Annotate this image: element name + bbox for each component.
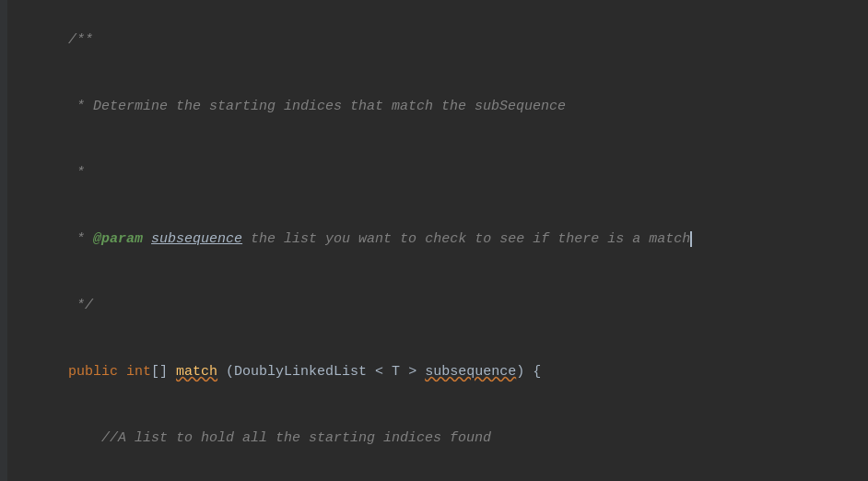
line-7: //A list to hold all the starting indice…: [18, 405, 868, 472]
line-6: public int[] match (DoublyLinkedList < T…: [18, 339, 868, 405]
code-content[interactable]: /** * Determine the starting indices tha…: [7, 0, 868, 481]
code-editor: /** * Determine the starting indices tha…: [0, 0, 868, 481]
line-8: DoublyLinkedList<Integer> indices = new …: [18, 472, 868, 481]
line-2: * Determine the starting indices that ma…: [18, 74, 868, 140]
line-1: /**: [18, 7, 868, 74]
line-3: *: [18, 140, 868, 206]
line-5: */: [18, 273, 868, 339]
line-4: * @param subsequence the list you want t…: [18, 206, 868, 273]
editor-gutter: [0, 0, 7, 481]
